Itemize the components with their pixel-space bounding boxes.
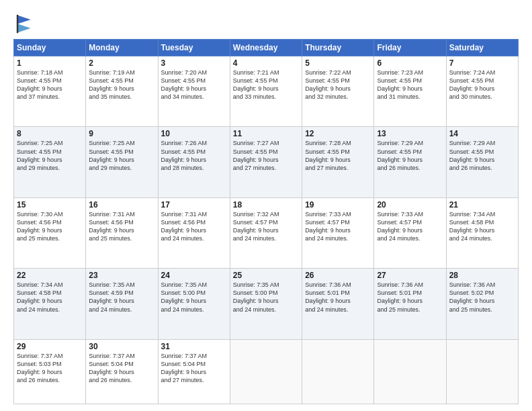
day-info: Sunrise: 7:37 AMSunset: 5:03 PMDaylight:… (17, 352, 83, 385)
calendar-day-12: 12Sunrise: 7:28 AMSunset: 4:55 PMDayligh… (302, 127, 374, 197)
day-number: 6 (377, 58, 443, 68)
day-number: 10 (161, 129, 227, 138)
day-info: Sunrise: 7:18 AMSunset: 4:55 PMDaylight:… (17, 68, 83, 101)
calendar-day-10: 10Sunrise: 7:26 AMSunset: 4:55 PMDayligh… (158, 127, 230, 197)
svg-marker-2 (17, 24, 30, 33)
day-number: 30 (89, 342, 154, 351)
calendar-table: SundayMondayTuesdayWednesdayThursdayFrid… (13, 39, 519, 404)
day-info: Sunrise: 7:23 AMSunset: 4:55 PMDaylight:… (377, 68, 443, 101)
calendar-day-15: 15Sunrise: 7:30 AMSunset: 4:56 PMDayligh… (14, 197, 86, 268)
day-number: 7 (449, 58, 515, 68)
weekday-header-row: SundayMondayTuesdayWednesdayThursdayFrid… (14, 40, 519, 56)
day-info: Sunrise: 7:32 AMSunset: 4:57 PMDaylight:… (233, 210, 299, 243)
day-info: Sunrise: 7:34 AMSunset: 4:58 PMDaylight:… (17, 281, 83, 314)
calendar-day-2: 2Sunrise: 7:19 AMSunset: 4:55 PMDaylight… (86, 56, 158, 127)
day-number: 27 (377, 271, 443, 280)
day-info: Sunrise: 7:37 AMSunset: 5:04 PMDaylight:… (89, 352, 154, 385)
page: SundayMondayTuesdayWednesdayThursdayFrid… (0, 0, 532, 411)
day-info: Sunrise: 7:24 AMSunset: 4:55 PMDaylight:… (449, 68, 515, 101)
day-info: Sunrise: 7:36 AMSunset: 5:01 PMDaylight:… (305, 281, 371, 314)
day-number: 31 (161, 342, 227, 351)
day-number: 20 (377, 200, 443, 210)
day-info: Sunrise: 7:33 AMSunset: 4:57 PMDaylight:… (305, 210, 371, 243)
day-number: 12 (305, 129, 371, 138)
calendar-day-7: 7Sunrise: 7:24 AMSunset: 4:55 PMDaylight… (446, 56, 518, 127)
day-number: 13 (377, 129, 443, 138)
calendar-day-22: 22Sunrise: 7:34 AMSunset: 4:58 PMDayligh… (14, 269, 86, 339)
calendar-day-27: 27Sunrise: 7:36 AMSunset: 5:01 PMDayligh… (374, 269, 446, 339)
day-number: 23 (89, 271, 154, 280)
generalblue-logo-icon (13, 12, 35, 34)
calendar-day-17: 17Sunrise: 7:31 AMSunset: 4:56 PMDayligh… (158, 197, 230, 268)
calendar-day-9: 9Sunrise: 7:25 AMSunset: 4:55 PMDaylight… (86, 127, 158, 197)
day-number: 21 (449, 200, 515, 210)
day-number: 18 (233, 200, 299, 210)
svg-rect-3 (17, 15, 18, 33)
calendar-day-13: 13Sunrise: 7:29 AMSunset: 4:55 PMDayligh… (374, 127, 446, 197)
calendar-week-4: 22Sunrise: 7:34 AMSunset: 4:58 PMDayligh… (14, 269, 519, 339)
day-info: Sunrise: 7:33 AMSunset: 4:57 PMDaylight:… (377, 210, 443, 243)
weekday-header-tuesday: Tuesday (158, 40, 230, 56)
empty-cell (374, 339, 446, 404)
calendar-body: 1Sunrise: 7:18 AMSunset: 4:55 PMDaylight… (14, 56, 519, 404)
calendar-day-3: 3Sunrise: 7:20 AMSunset: 4:55 PMDaylight… (158, 56, 230, 127)
day-number: 4 (233, 58, 299, 68)
day-info: Sunrise: 7:36 AMSunset: 5:01 PMDaylight:… (377, 281, 443, 314)
calendar-day-1: 1Sunrise: 7:18 AMSunset: 4:55 PMDaylight… (14, 56, 86, 127)
day-number: 11 (233, 129, 299, 138)
day-number: 24 (161, 271, 227, 280)
day-info: Sunrise: 7:29 AMSunset: 4:55 PMDaylight:… (449, 139, 515, 172)
day-number: 28 (449, 271, 515, 280)
day-info: Sunrise: 7:21 AMSunset: 4:55 PMDaylight:… (233, 68, 299, 101)
day-number: 17 (161, 200, 227, 210)
weekday-header-friday: Friday (374, 40, 446, 56)
day-info: Sunrise: 7:35 AMSunset: 4:59 PMDaylight:… (89, 281, 154, 314)
calendar-day-20: 20Sunrise: 7:33 AMSunset: 4:57 PMDayligh… (374, 197, 446, 268)
day-info: Sunrise: 7:35 AMSunset: 5:00 PMDaylight:… (161, 281, 227, 314)
day-info: Sunrise: 7:26 AMSunset: 4:55 PMDaylight:… (161, 139, 227, 172)
day-number: 5 (305, 58, 371, 68)
day-number: 19 (305, 200, 371, 210)
calendar-day-5: 5Sunrise: 7:22 AMSunset: 4:55 PMDaylight… (302, 56, 374, 127)
weekday-header-sunday: Sunday (14, 40, 86, 56)
day-info: Sunrise: 7:37 AMSunset: 5:04 PMDaylight:… (161, 352, 227, 385)
calendar-day-25: 25Sunrise: 7:35 AMSunset: 5:00 PMDayligh… (230, 269, 302, 339)
day-number: 26 (305, 271, 371, 280)
day-number: 16 (89, 200, 154, 210)
day-info: Sunrise: 7:30 AMSunset: 4:56 PMDaylight:… (17, 210, 83, 243)
day-number: 22 (17, 271, 83, 280)
calendar-day-24: 24Sunrise: 7:35 AMSunset: 5:00 PMDayligh… (158, 269, 230, 339)
day-number: 25 (233, 271, 299, 280)
day-info: Sunrise: 7:25 AMSunset: 4:55 PMDaylight:… (89, 139, 154, 172)
day-info: Sunrise: 7:25 AMSunset: 4:55 PMDaylight:… (17, 139, 83, 172)
weekday-header-monday: Monday (86, 40, 158, 56)
calendar-day-8: 8Sunrise: 7:25 AMSunset: 4:55 PMDaylight… (14, 127, 86, 197)
day-info: Sunrise: 7:19 AMSunset: 4:55 PMDaylight:… (89, 68, 154, 101)
weekday-header-wednesday: Wednesday (230, 40, 302, 56)
calendar-day-16: 16Sunrise: 7:31 AMSunset: 4:56 PMDayligh… (86, 197, 158, 268)
day-info: Sunrise: 7:28 AMSunset: 4:55 PMDaylight:… (305, 139, 371, 172)
calendar-day-11: 11Sunrise: 7:27 AMSunset: 4:55 PMDayligh… (230, 127, 302, 197)
day-info: Sunrise: 7:31 AMSunset: 4:56 PMDaylight:… (89, 210, 154, 243)
calendar-day-26: 26Sunrise: 7:36 AMSunset: 5:01 PMDayligh… (302, 269, 374, 339)
day-info: Sunrise: 7:31 AMSunset: 4:56 PMDaylight:… (161, 210, 227, 243)
calendar-day-21: 21Sunrise: 7:34 AMSunset: 4:58 PMDayligh… (446, 197, 518, 268)
calendar-day-18: 18Sunrise: 7:32 AMSunset: 4:57 PMDayligh… (230, 197, 302, 268)
day-info: Sunrise: 7:27 AMSunset: 4:55 PMDaylight:… (233, 139, 299, 172)
day-number: 15 (17, 200, 83, 210)
calendar-day-30: 30Sunrise: 7:37 AMSunset: 5:04 PMDayligh… (86, 339, 158, 404)
calendar-week-2: 8Sunrise: 7:25 AMSunset: 4:55 PMDaylight… (14, 127, 519, 197)
day-number: 2 (89, 58, 154, 68)
calendar-week-3: 15Sunrise: 7:30 AMSunset: 4:56 PMDayligh… (14, 197, 519, 268)
weekday-header-thursday: Thursday (302, 40, 374, 56)
day-number: 9 (89, 129, 154, 138)
calendar-day-31: 31Sunrise: 7:37 AMSunset: 5:04 PMDayligh… (158, 339, 230, 404)
calendar-day-28: 28Sunrise: 7:36 AMSunset: 5:02 PMDayligh… (446, 269, 518, 339)
header (13, 12, 519, 34)
calendar-day-4: 4Sunrise: 7:21 AMSunset: 4:55 PMDaylight… (230, 56, 302, 127)
day-number: 1 (17, 58, 83, 68)
logo (13, 12, 38, 34)
calendar-day-23: 23Sunrise: 7:35 AMSunset: 4:59 PMDayligh… (86, 269, 158, 339)
calendar-header: SundayMondayTuesdayWednesdayThursdayFrid… (14, 40, 519, 56)
svg-marker-1 (17, 15, 30, 24)
